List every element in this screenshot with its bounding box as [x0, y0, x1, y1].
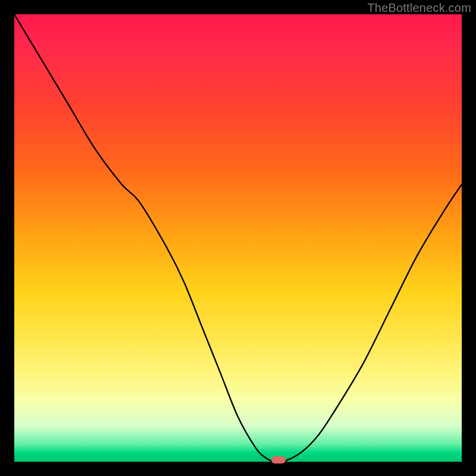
bottleneck-curve: [14, 14, 462, 462]
plot-area: [14, 14, 462, 462]
attribution-label: TheBottleneck.com: [367, 1, 471, 15]
optimal-marker: [271, 456, 286, 464]
chart-frame: TheBottleneck.com: [0, 0, 476, 476]
